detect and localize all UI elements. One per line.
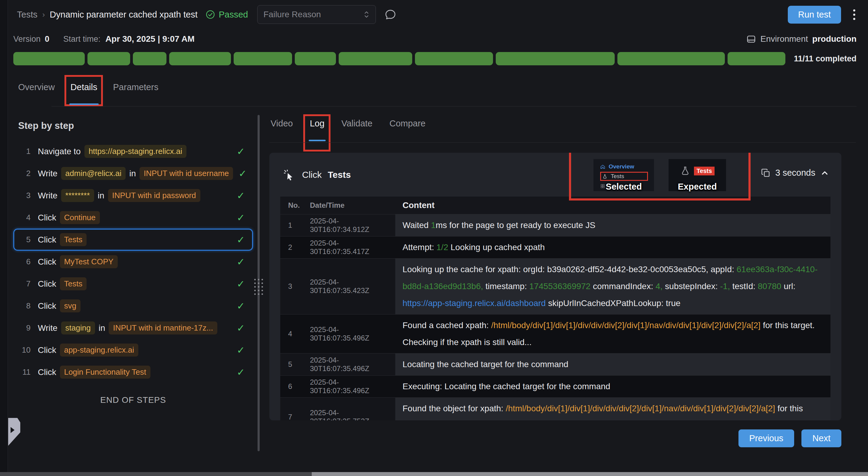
comment-icon bbox=[384, 8, 397, 21]
scrollbar-thumb[interactable] bbox=[312, 472, 868, 476]
progress-segment[interactable] bbox=[496, 52, 615, 65]
log-text-segment: 1/2 bbox=[436, 242, 448, 252]
end-of-steps-label: END OF STEPS bbox=[13, 395, 253, 405]
step-target-badge: admin@relicx.ai bbox=[61, 167, 126, 180]
progress-segment[interactable] bbox=[13, 52, 85, 65]
start-time-label: Start time: bbox=[63, 34, 100, 44]
version-value: 0 bbox=[45, 34, 49, 44]
progress-segment[interactable] bbox=[169, 52, 231, 65]
step-number: 7 bbox=[20, 279, 31, 288]
step-row[interactable]: 9WritestaginginINPUT with id mantine-17z… bbox=[13, 317, 253, 339]
log-row: 72025-04-30T16:07:35.753ZFound the objec… bbox=[280, 397, 831, 420]
step-row[interactable]: 2Writeadmin@relicx.aiinINPUT with id use… bbox=[13, 162, 253, 184]
panel-resize-handle[interactable] bbox=[254, 279, 263, 295]
check-icon: ✓ bbox=[233, 367, 245, 378]
step-action: in bbox=[98, 191, 104, 201]
collapsed-sidebar-gutter bbox=[0, 0, 8, 476]
progress-segment[interactable] bbox=[295, 52, 336, 65]
log-text-segment: /html/body/div[1]/div[1]/div/div/div[2]/… bbox=[506, 404, 775, 413]
step-row[interactable]: 10Clickapp-staging.relicx.ai✓ bbox=[13, 339, 253, 361]
log-row-timestamp: 2025-04-30T16:07:34.912Z bbox=[305, 214, 395, 236]
status-text: Passed bbox=[219, 10, 248, 20]
step-target-badge: Login Functionality Test bbox=[60, 366, 150, 379]
scrollbar-track bbox=[0, 472, 312, 476]
previous-button[interactable]: Previous bbox=[739, 430, 795, 447]
selected-thumbnail[interactable]: Overview Tests Suites Selected bbox=[593, 159, 654, 191]
step-row[interactable]: 5ClickTests✓ bbox=[13, 229, 253, 251]
duration-group: 3 seconds bbox=[761, 168, 829, 178]
step-action: Write bbox=[38, 169, 58, 178]
failure-reason-select[interactable]: Failure Reason bbox=[257, 5, 376, 24]
step-row[interactable]: 11ClickLogin Functionality Test✓ bbox=[13, 361, 253, 383]
log-text-segment: url: bbox=[781, 281, 796, 291]
step-action: in bbox=[99, 323, 105, 333]
log-row: 32025-04-30T16:07:35.423ZLooking up the … bbox=[280, 258, 831, 314]
tab-video[interactable]: Video bbox=[269, 112, 294, 142]
home-icon bbox=[600, 164, 606, 169]
step-row[interactable]: 7ClickTests✓ bbox=[13, 273, 253, 295]
log-text-segment: Waited bbox=[403, 220, 431, 230]
check-icon: ✓ bbox=[233, 322, 245, 334]
tab-overview[interactable]: Overview bbox=[17, 76, 56, 106]
step-row[interactable]: 1Navigate tohttps://app-staging.relicx.a… bbox=[13, 140, 253, 162]
step-action: Click bbox=[38, 367, 56, 377]
step-row[interactable]: 6ClickMyTest COPY✓ bbox=[13, 251, 253, 273]
detail-tabs-divider bbox=[269, 142, 856, 143]
duration-text: 3 seconds bbox=[775, 168, 815, 178]
progress-segment[interactable] bbox=[88, 52, 130, 65]
failure-reason-placeholder: Failure Reason bbox=[264, 10, 321, 19]
log-row: 52025-04-30T16:07:35.496ZLocating the ca… bbox=[280, 353, 831, 375]
step-target-badge: Tests bbox=[60, 277, 87, 290]
check-icon: ✓ bbox=[233, 256, 245, 268]
progress-segment[interactable] bbox=[133, 52, 166, 65]
tab-validate[interactable]: Validate bbox=[340, 112, 374, 142]
step-action: Click bbox=[38, 257, 56, 267]
tab-log[interactable]: Log bbox=[309, 112, 326, 142]
page-title: Dynamic parameter cached xpath test bbox=[50, 10, 197, 20]
log-row-number: 2 bbox=[280, 237, 305, 258]
tab-details[interactable]: Details bbox=[69, 76, 99, 106]
run-test-button[interactable]: Run test bbox=[788, 6, 841, 24]
step-row[interactable]: 8Clicksvg✓ bbox=[13, 295, 253, 317]
step-action: Click bbox=[38, 213, 56, 223]
step-row[interactable]: 3Write********inINPUT with id password✓ bbox=[13, 184, 253, 207]
step-action: in bbox=[129, 169, 136, 178]
horizontal-scrollbar[interactable] bbox=[0, 472, 868, 476]
step-row[interactable]: 4ClickContinue✓ bbox=[13, 207, 253, 229]
thumb-menu-overview: Overview bbox=[600, 162, 654, 171]
progress-segment[interactable] bbox=[339, 52, 412, 65]
collapse-chevron-icon[interactable] bbox=[820, 168, 829, 177]
log-row-timestamp: 2025-04-30T16:07:35.496Z bbox=[305, 353, 395, 375]
log-text-segment: Executing: Locating the cached target fo… bbox=[403, 382, 610, 391]
top-bar: Tests › Dynamic parameter cached xpath t… bbox=[8, 0, 868, 29]
log-command-action: Click bbox=[302, 170, 322, 180]
log-text-segment: Attempt: bbox=[403, 242, 436, 252]
log-row-number: 7 bbox=[280, 398, 305, 420]
log-text-segment: substepIndex: bbox=[662, 281, 720, 291]
flask-icon bbox=[680, 166, 690, 176]
more-options-button[interactable] bbox=[851, 7, 857, 22]
tab-parameters[interactable]: Parameters bbox=[112, 76, 160, 106]
progress-segment[interactable] bbox=[727, 52, 785, 65]
sidebar-expander-tab[interactable] bbox=[8, 418, 20, 446]
step-action: Write bbox=[38, 191, 58, 201]
environment-icon bbox=[746, 34, 756, 44]
step-action: Click bbox=[38, 345, 56, 355]
check-icon: ✓ bbox=[233, 190, 245, 201]
progress-segment[interactable] bbox=[617, 52, 724, 65]
log-row-number: 4 bbox=[280, 314, 305, 353]
log-text-segment: https://app-staging.relicx.ai/dashboard bbox=[403, 299, 546, 308]
step-number: 2 bbox=[20, 169, 31, 178]
copy-icon[interactable] bbox=[761, 168, 771, 178]
selected-thumbnail-label: Selected bbox=[593, 182, 654, 192]
progress-segment[interactable] bbox=[415, 52, 493, 65]
progress-segment[interactable] bbox=[234, 52, 292, 65]
comment-button[interactable] bbox=[384, 8, 397, 21]
expand-right-icon bbox=[10, 427, 14, 433]
expected-thumbnail[interactable]: Tests Expected bbox=[669, 159, 726, 191]
tab-compare[interactable]: Compare bbox=[388, 112, 427, 142]
breadcrumb[interactable]: Tests bbox=[17, 10, 37, 20]
next-button[interactable]: Next bbox=[801, 430, 841, 447]
check-icon: ✓ bbox=[233, 300, 245, 312]
log-row: 42025-04-30T16:07:35.496ZFound a cached … bbox=[280, 314, 831, 353]
